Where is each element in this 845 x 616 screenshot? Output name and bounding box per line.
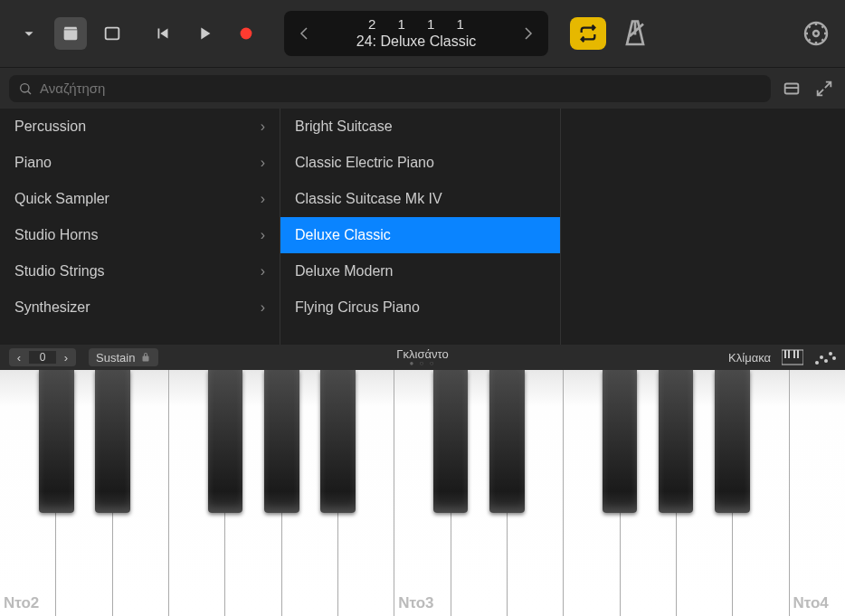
black-key[interactable]	[603, 370, 638, 513]
view-button[interactable]	[96, 17, 128, 50]
play-button[interactable]	[188, 17, 221, 50]
chevron-right-icon: ›	[261, 191, 265, 207]
chevron-right-icon: ›	[261, 155, 265, 171]
preset-label: Classic Electric Piano	[295, 155, 434, 171]
preset-item[interactable]: Deluxe Modern	[280, 253, 560, 289]
preset-label: Deluxe Modern	[295, 263, 394, 280]
category-label: Synthesizer	[14, 299, 90, 316]
prev-patch-button[interactable]	[293, 25, 315, 42]
page-dots: ● ○ ○	[396, 360, 448, 367]
search-bar	[0, 67, 845, 109]
preset-item[interactable]: Flying Circus Piano	[280, 289, 560, 326]
svg-rect-10	[793, 350, 795, 358]
search-field-wrap[interactable]	[9, 75, 771, 102]
menu-down-button[interactable]	[13, 17, 45, 50]
octave-down-button[interactable]: ‹	[9, 351, 29, 365]
keyboard-view-icon[interactable]	[782, 348, 803, 366]
svg-point-12	[815, 361, 819, 365]
sustain-label: Sustain	[96, 351, 135, 365]
svg-rect-8	[784, 350, 786, 358]
key-label: Ντο2	[4, 594, 39, 612]
lcd-patch-name: 24: Deluxe Classic	[315, 33, 517, 52]
category-label: Piano	[14, 155, 52, 171]
black-key[interactable]	[433, 370, 469, 513]
category-item[interactable]: Synthesizer›	[0, 289, 280, 326]
preset-item-selected[interactable]: Deluxe Classic	[280, 217, 560, 253]
black-key[interactable]	[39, 370, 74, 513]
record-button[interactable]	[230, 17, 262, 50]
preset-label: Deluxe Classic	[295, 227, 391, 243]
key-label: Ντο3	[398, 594, 433, 612]
expand-button[interactable]	[812, 77, 836, 100]
category-label: Studio Horns	[14, 227, 99, 243]
preset-label: Bright Suitcase	[295, 118, 393, 135]
svg-point-3	[813, 31, 819, 36]
settings-button[interactable]	[800, 17, 832, 50]
preset-item[interactable]: Classic Suitcase Mk IV	[280, 181, 560, 217]
keyboard-toolbar: ‹ 0 › Sustain Γκλισάντο ● ○ ○ Κλίμακα	[0, 345, 845, 370]
piano-keyboard[interactable]: Ντο2Ντο3Ντο4	[0, 370, 845, 616]
next-patch-button[interactable]	[517, 25, 539, 42]
svg-point-4	[21, 83, 29, 91]
category-item[interactable]: Percussion›	[0, 109, 280, 145]
category-label: Studio Strings	[14, 263, 105, 280]
octave-value: 0	[29, 351, 56, 364]
chevron-right-icon: ›	[261, 118, 265, 135]
chevron-right-icon: ›	[261, 299, 265, 316]
preset-label: Classic Suitcase Mk IV	[295, 191, 442, 207]
black-key[interactable]	[659, 370, 694, 513]
category-item[interactable]: Studio Strings›	[0, 253, 280, 289]
black-key[interactable]	[489, 370, 525, 513]
detail-column	[561, 109, 845, 345]
black-key[interactable]	[320, 370, 356, 513]
library-button[interactable]	[54, 17, 87, 50]
octave-stepper: ‹ 0 ›	[9, 348, 76, 366]
preset-item[interactable]: Bright Suitcase	[280, 109, 560, 145]
search-input[interactable]	[40, 81, 762, 96]
svg-point-1	[241, 28, 252, 40]
view-mode-button[interactable]	[780, 77, 803, 100]
scale-button[interactable]: Κλίμακα	[728, 351, 771, 365]
black-key[interactable]	[264, 370, 299, 513]
lcd-position: 2 1 1 1	[315, 15, 517, 33]
black-key[interactable]	[95, 370, 130, 513]
top-toolbar: 2 1 1 1 24: Deluxe Classic	[0, 0, 845, 67]
svg-rect-11	[797, 350, 799, 358]
category-column: Percussion› Piano› Quick Sampler› Studio…	[0, 109, 280, 345]
category-item[interactable]: Studio Horns›	[0, 217, 280, 253]
preset-label: Flying Circus Piano	[295, 299, 420, 316]
chevron-right-icon: ›	[261, 227, 265, 243]
sound-browser: Percussion› Piano› Quick Sampler› Studio…	[0, 109, 845, 345]
svg-point-14	[824, 359, 828, 363]
category-label: Quick Sampler	[14, 191, 109, 207]
svg-point-13	[820, 355, 823, 359]
lcd-display: 2 1 1 1 24: Deluxe Classic	[284, 11, 548, 56]
arpeggiator-icon[interactable]	[814, 348, 836, 366]
octave-up-button[interactable]: ›	[56, 351, 76, 365]
chevron-right-icon: ›	[261, 263, 265, 280]
cycle-button[interactable]	[570, 17, 606, 50]
sustain-toggle[interactable]: Sustain	[89, 348, 158, 366]
key-label: Ντο4	[793, 594, 829, 612]
svg-rect-9	[788, 350, 790, 358]
black-key[interactable]	[715, 370, 750, 513]
metronome-button[interactable]	[619, 17, 651, 50]
black-key[interactable]	[208, 370, 243, 513]
rewind-button[interactable]	[147, 17, 179, 50]
category-label: Percussion	[14, 118, 86, 135]
search-icon	[18, 81, 33, 96]
svg-rect-0	[106, 28, 119, 40]
lock-icon	[140, 352, 151, 363]
category-item[interactable]: Quick Sampler›	[0, 181, 280, 217]
svg-point-15	[829, 352, 832, 355]
category-item[interactable]: Piano›	[0, 145, 280, 181]
svg-point-16	[832, 356, 836, 360]
preset-item[interactable]: Classic Electric Piano	[280, 145, 560, 181]
preset-column: Bright Suitcase Classic Electric Piano C…	[280, 109, 561, 345]
